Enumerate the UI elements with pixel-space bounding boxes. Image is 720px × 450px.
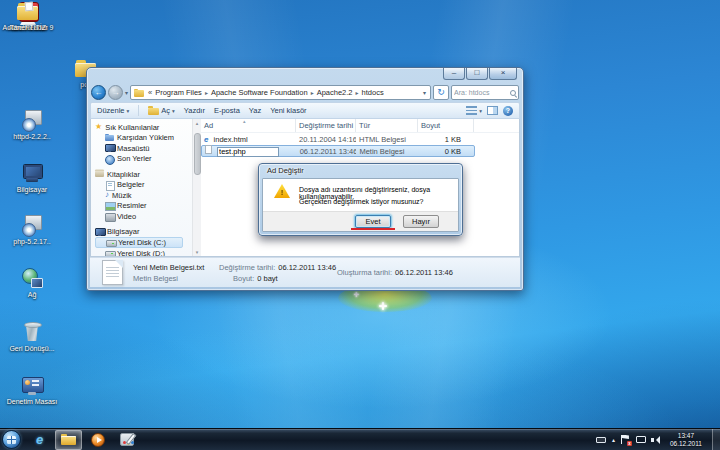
desktop-icon-label: Denetim Masası [7,398,58,405]
rename-dialog: Ad Değiştir ! Dosya adı uzantısını değiş… [258,163,463,236]
desktop-icon-ag[interactable]: Ağ [4,267,60,299]
desktop-icon-geri-donusum[interactable]: Geri Dönüşü... [4,321,60,353]
breadcrumb-segment[interactable]: Apache Software Foundation [210,88,309,97]
breadcrumb-overflow[interactable]: « [148,88,152,97]
desktop-icon-bilgisayar[interactable]: Bilgisayar [4,162,60,194]
installer-icon [20,109,44,131]
new-folder-button[interactable]: Yeni klasör [270,106,306,115]
details-pane: Yeni Metin Belgesi.txt Metin Belgesi Değ… [90,257,520,287]
column-header-type[interactable]: Tür [356,119,418,132]
sidebar-item-desktop[interactable]: Masaüstü [95,143,192,154]
toolbar-separator [138,105,139,116]
warning-icon: ! [274,184,290,198]
forward-button[interactable]: → [108,85,123,100]
desktop-icon-taner-titiz[interactable]: Taner TİTİZ [0,0,56,32]
help-button[interactable]: ? [503,106,513,116]
column-header-modified[interactable]: Değiştirme tarihi [296,119,356,132]
back-icon: ← [95,88,103,97]
desktop-icon-httpd[interactable]: httpd-2.2.2.. [4,109,60,141]
rename-input[interactable] [217,147,279,157]
maximize-button[interactable]: □ [466,68,488,80]
chevron-down-icon: ▾ [125,90,128,96]
taskbar-clock[interactable]: 13:47 06.12.2011 [670,432,702,448]
yes-button[interactable]: Evet [355,215,391,228]
taskbar-media-player-button[interactable] [84,430,111,450]
refresh-button[interactable]: ↻ [433,85,449,100]
details-size-label: Boyut: [233,274,254,283]
desktop-icon [105,144,114,152]
start-button[interactable] [2,430,21,449]
breadcrumb-segment[interactable]: Program Files [154,88,203,97]
explorer-titlebar[interactable]: – □ × [87,68,523,83]
scroll-down-icon[interactable]: ▾ [193,249,201,255]
network-tray-icon[interactable] [636,436,645,444]
disk-icon [106,239,115,247]
email-button[interactable]: E-posta [214,106,240,115]
text-file-icon [102,260,123,285]
sidebar-item-documents[interactable]: Belgeler [95,180,192,191]
keyboard-tray-icon[interactable] [596,437,606,443]
sidebar-group-favorites[interactable]: ★ Sık Kullanılanlar [95,122,192,133]
sidebar-item-recent-places[interactable]: Son Yerler [95,154,192,165]
breadcrumb[interactable]: « Program Files ▸ Apache Software Founda… [130,85,431,100]
show-hidden-icons[interactable]: ▴ [612,436,615,443]
column-header-size[interactable]: Boyut [418,119,474,132]
column-header-name[interactable]: Ad [201,119,296,132]
recycle-bin-icon [20,321,44,343]
sidebar-group-libraries[interactable]: Kitaplıklar [95,169,192,180]
minimize-button[interactable]: – [443,68,465,80]
no-button[interactable]: Hayır [403,215,439,228]
sidebar-item-local-disk-d[interactable]: Yerel Disk (D:) [95,248,192,256]
file-name: index.html [214,135,248,144]
search-input[interactable] [454,89,510,96]
text-file-icon [205,145,212,154]
close-button[interactable]: × [489,68,517,80]
details-size-value: 0 bayt [257,274,277,283]
breadcrumb-segment[interactable]: Apache2.2 [316,88,354,97]
sidebar-scrollbar[interactable]: ▴ ▾ [192,119,201,256]
file-row-index-html[interactable]: e index.html 20.11.2004 14:16 HTML Belge… [201,133,519,145]
breadcrumb-separator-icon[interactable]: ▸ [309,89,316,96]
address-dropdown-icon[interactable]: ▾ [421,89,428,96]
sidebar-item-pictures[interactable]: Resimler [95,201,192,212]
refresh-icon: ↻ [437,87,445,97]
breadcrumb-separator-icon[interactable]: ▸ [354,89,361,96]
taskbar-ie-button[interactable]: e [26,430,53,450]
computer-icon [95,228,104,236]
breadcrumb-separator-icon[interactable]: ▸ [203,89,210,96]
installer-icon [20,214,44,236]
breadcrumb-segment[interactable]: htdocs [361,88,385,97]
sidebar-group-computer[interactable]: Bilgisayar [95,227,192,238]
dialog-message-line2: Gerçekten değiştirmek istiyor musunuz? [299,198,424,205]
burn-button[interactable]: Yaz [249,106,261,115]
annotation-underline-evet [351,228,395,230]
explorer-folder-icon [61,434,76,445]
desktop-icon-denetim-masasi[interactable]: Denetim Masası [4,374,60,406]
open-button[interactable]: Aç ▾ [148,106,175,115]
system-tray: ▴ x 13:47 06.12.2011 [596,429,720,450]
recent-pages-dropdown[interactable]: ▾ [125,89,128,96]
preview-pane-button[interactable] [487,106,498,115]
print-button[interactable]: Yazdır [184,106,205,115]
change-view-button[interactable]: ▾ [466,106,482,115]
desktop-icon-label: Ağ [28,291,37,298]
back-button[interactable]: ← [91,85,106,100]
media-player-icon [91,433,105,447]
action-center-icon[interactable]: x [621,435,630,445]
sidebar-item-music[interactable]: ♪ Müzik [95,190,192,201]
command-bar: Düzenle ▾ Aç ▾ Yazdır E-posta Yaz Yeni k… [90,102,520,119]
sidebar-item-downloads[interactable]: Karşıdan Yüklem [95,133,192,144]
volume-tray-icon[interactable] [651,436,660,444]
sidebar-item-local-disk-c[interactable]: Yerel Disk (C:) [95,237,183,248]
taskbar-explorer-button[interactable] [55,430,82,450]
taskbar-paint-button[interactable] [113,430,140,450]
scroll-up-icon[interactable]: ▴ [193,120,201,126]
file-row-test-php[interactable]: 06.12.2011 13:46 Metin Belgesi 0 KB [201,145,475,157]
desktop-icon-php[interactable]: php-5.2.17.. [4,214,60,246]
search-box [451,85,519,100]
sidebar-item-video[interactable]: Video [95,211,192,222]
show-desktop-button[interactable] [712,429,720,450]
scrollbar-thumb[interactable] [194,133,201,175]
organize-button[interactable]: Düzenle ▾ [97,106,129,115]
address-bar: ← → ▾ « Program Files ▸ Apache Software … [90,83,520,102]
